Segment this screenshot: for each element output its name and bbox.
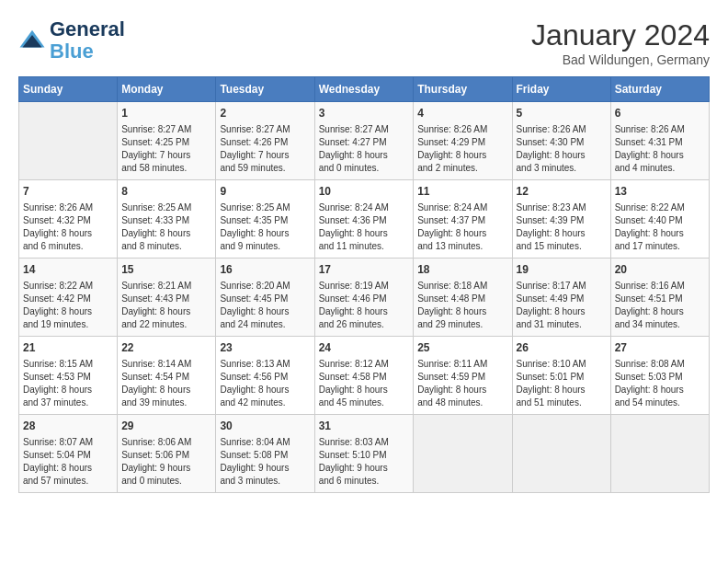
- day-number: 28: [23, 419, 113, 434]
- header-cell-friday: Friday: [512, 77, 610, 102]
- day-info: Sunrise: 8:08 AMSunset: 5:03 PMDaylight:…: [615, 358, 705, 409]
- day-number: 31: [319, 419, 410, 434]
- calendar-table: SundayMondayTuesdayWednesdayThursdayFrid…: [18, 76, 710, 493]
- calendar-cell: 15Sunrise: 8:21 AMSunset: 4:43 PMDayligh…: [118, 259, 216, 337]
- calendar-cell: 17Sunrise: 8:19 AMSunset: 4:46 PMDayligh…: [314, 259, 414, 337]
- day-info: Sunrise: 8:26 AMSunset: 4:32 PMDaylight:…: [23, 201, 113, 253]
- day-number: 8: [121, 184, 211, 200]
- day-info: Sunrise: 8:15 AMSunset: 4:53 PMDaylight:…: [23, 358, 113, 409]
- day-number: 14: [23, 262, 113, 278]
- day-number: 2: [220, 106, 310, 121]
- day-info: Sunrise: 8:07 AMSunset: 5:04 PMDaylight:…: [23, 436, 113, 488]
- day-number: 1: [121, 106, 211, 121]
- calendar-cell: 7Sunrise: 8:26 AMSunset: 4:32 PMDaylight…: [19, 180, 118, 259]
- calendar-cell: 16Sunrise: 8:20 AMSunset: 4:45 PMDayligh…: [216, 259, 314, 337]
- day-info: Sunrise: 8:27 AMSunset: 4:26 PMDaylight:…: [220, 123, 310, 175]
- calendar-cell: 5Sunrise: 8:26 AMSunset: 4:30 PMDaylight…: [512, 102, 610, 180]
- day-info: Sunrise: 8:24 AMSunset: 4:37 PMDaylight:…: [417, 201, 507, 253]
- calendar-week-row: 21Sunrise: 8:15 AMSunset: 4:53 PMDayligh…: [19, 337, 710, 415]
- day-number: 20: [615, 262, 705, 278]
- day-number: 15: [121, 262, 211, 278]
- header-cell-tuesday: Tuesday: [216, 77, 314, 102]
- day-info: Sunrise: 8:22 AMSunset: 4:40 PMDaylight:…: [615, 201, 705, 253]
- calendar-cell: 4Sunrise: 8:26 AMSunset: 4:29 PMDaylight…: [414, 102, 512, 180]
- page-header: GeneralBlue January 2024 Bad Wildungen, …: [18, 18, 710, 67]
- calendar-cell: 24Sunrise: 8:12 AMSunset: 4:58 PMDayligh…: [314, 337, 414, 415]
- calendar-week-row: 1Sunrise: 8:27 AMSunset: 4:25 PMDaylight…: [19, 102, 710, 180]
- day-info: Sunrise: 8:04 AMSunset: 5:08 PMDaylight:…: [220, 436, 310, 488]
- calendar-cell: 29Sunrise: 8:06 AMSunset: 5:06 PMDayligh…: [118, 415, 216, 493]
- day-info: Sunrise: 8:19 AMSunset: 4:46 PMDaylight:…: [319, 280, 410, 331]
- header-cell-thursday: Thursday: [414, 77, 512, 102]
- calendar-cell: 28Sunrise: 8:07 AMSunset: 5:04 PMDayligh…: [19, 415, 118, 493]
- day-info: Sunrise: 8:17 AMSunset: 4:49 PMDaylight:…: [517, 280, 607, 331]
- day-info: Sunrise: 8:21 AMSunset: 4:43 PMDaylight:…: [121, 280, 211, 331]
- calendar-header-row: SundayMondayTuesdayWednesdayThursdayFrid…: [19, 77, 710, 102]
- day-number: 10: [319, 184, 410, 200]
- day-number: 13: [615, 184, 705, 200]
- title-block: January 2024 Bad Wildungen, Germany: [531, 18, 710, 67]
- day-info: Sunrise: 8:11 AMSunset: 4:59 PMDaylight:…: [417, 358, 507, 409]
- header-cell-monday: Monday: [118, 77, 216, 102]
- header-cell-saturday: Saturday: [610, 77, 709, 102]
- calendar-cell: 19Sunrise: 8:17 AMSunset: 4:49 PMDayligh…: [512, 259, 610, 337]
- calendar-cell: 12Sunrise: 8:23 AMSunset: 4:39 PMDayligh…: [512, 180, 610, 259]
- day-info: Sunrise: 8:25 AMSunset: 4:35 PMDaylight:…: [220, 201, 310, 253]
- day-number: 12: [517, 184, 607, 200]
- calendar-cell: 26Sunrise: 8:10 AMSunset: 5:01 PMDayligh…: [512, 337, 610, 415]
- day-info: Sunrise: 8:25 AMSunset: 4:33 PMDaylight:…: [121, 201, 211, 253]
- day-number: 27: [615, 340, 705, 356]
- day-info: Sunrise: 8:26 AMSunset: 4:30 PMDaylight:…: [517, 123, 607, 175]
- day-info: Sunrise: 8:27 AMSunset: 4:25 PMDaylight:…: [121, 123, 211, 175]
- day-number: 9: [220, 184, 310, 200]
- day-info: Sunrise: 8:26 AMSunset: 4:31 PMDaylight:…: [615, 123, 705, 175]
- day-info: Sunrise: 8:18 AMSunset: 4:48 PMDaylight:…: [417, 280, 507, 331]
- day-info: Sunrise: 8:12 AMSunset: 4:58 PMDaylight:…: [319, 358, 410, 409]
- day-info: Sunrise: 8:03 AMSunset: 5:10 PMDaylight:…: [319, 436, 410, 488]
- calendar-cell: 21Sunrise: 8:15 AMSunset: 4:53 PMDayligh…: [19, 337, 118, 415]
- day-number: 19: [517, 262, 607, 278]
- calendar-cell: [512, 415, 610, 493]
- location: Bad Wildungen, Germany: [531, 52, 710, 67]
- calendar-cell: 13Sunrise: 8:22 AMSunset: 4:40 PMDayligh…: [610, 180, 709, 259]
- calendar-cell: 18Sunrise: 8:18 AMSunset: 4:48 PMDayligh…: [414, 259, 512, 337]
- day-info: Sunrise: 8:27 AMSunset: 4:27 PMDaylight:…: [319, 123, 410, 175]
- day-number: 26: [517, 340, 607, 356]
- day-info: Sunrise: 8:06 AMSunset: 5:06 PMDaylight:…: [121, 436, 211, 488]
- calendar-cell: 9Sunrise: 8:25 AMSunset: 4:35 PMDaylight…: [216, 180, 314, 259]
- calendar-cell: [610, 415, 709, 493]
- day-info: Sunrise: 8:23 AMSunset: 4:39 PMDaylight:…: [517, 201, 607, 253]
- day-info: Sunrise: 8:13 AMSunset: 4:56 PMDaylight:…: [220, 358, 310, 409]
- day-number: 4: [417, 106, 507, 121]
- calendar-cell: 3Sunrise: 8:27 AMSunset: 4:27 PMDaylight…: [314, 102, 414, 180]
- day-info: Sunrise: 8:26 AMSunset: 4:29 PMDaylight:…: [417, 123, 507, 175]
- calendar-cell: [414, 415, 512, 493]
- logo-icon: [18, 27, 46, 54]
- calendar-cell: 10Sunrise: 8:24 AMSunset: 4:36 PMDayligh…: [314, 180, 414, 259]
- calendar-cell: 6Sunrise: 8:26 AMSunset: 4:31 PMDaylight…: [610, 102, 709, 180]
- calendar-cell: 8Sunrise: 8:25 AMSunset: 4:33 PMDaylight…: [118, 180, 216, 259]
- calendar-cell: 11Sunrise: 8:24 AMSunset: 4:37 PMDayligh…: [414, 180, 512, 259]
- day-number: 5: [517, 106, 607, 121]
- calendar-cell: 14Sunrise: 8:22 AMSunset: 4:42 PMDayligh…: [19, 259, 118, 337]
- day-number: 24: [319, 340, 410, 356]
- day-number: 25: [417, 340, 507, 356]
- day-number: 3: [319, 106, 410, 121]
- calendar-cell: 2Sunrise: 8:27 AMSunset: 4:26 PMDaylight…: [216, 102, 314, 180]
- day-number: 17: [319, 262, 410, 278]
- day-number: 23: [220, 340, 310, 356]
- logo: GeneralBlue: [18, 18, 125, 63]
- calendar-cell: 1Sunrise: 8:27 AMSunset: 4:25 PMDaylight…: [118, 102, 216, 180]
- day-info: Sunrise: 8:22 AMSunset: 4:42 PMDaylight:…: [23, 280, 113, 331]
- calendar-week-row: 28Sunrise: 8:07 AMSunset: 5:04 PMDayligh…: [19, 415, 710, 493]
- calendar-week-row: 14Sunrise: 8:22 AMSunset: 4:42 PMDayligh…: [19, 259, 710, 337]
- calendar-cell: [19, 102, 118, 180]
- day-info: Sunrise: 8:16 AMSunset: 4:51 PMDaylight:…: [615, 280, 705, 331]
- logo-text: GeneralBlue: [50, 18, 125, 63]
- day-number: 18: [417, 262, 507, 278]
- day-info: Sunrise: 8:24 AMSunset: 4:36 PMDaylight:…: [319, 201, 410, 253]
- calendar-cell: 30Sunrise: 8:04 AMSunset: 5:08 PMDayligh…: [216, 415, 314, 493]
- calendar-cell: 27Sunrise: 8:08 AMSunset: 5:03 PMDayligh…: [610, 337, 709, 415]
- day-number: 7: [23, 184, 113, 200]
- calendar-cell: 25Sunrise: 8:11 AMSunset: 4:59 PMDayligh…: [414, 337, 512, 415]
